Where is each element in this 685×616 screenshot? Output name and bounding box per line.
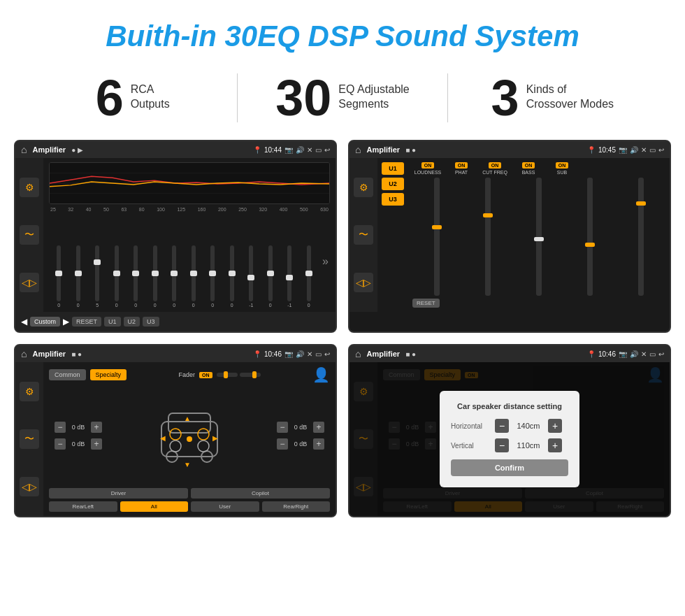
sidebar-speaker-icon-3[interactable]: ◁▷ <box>20 477 39 496</box>
db-plus-rb[interactable]: + <box>313 438 324 450</box>
eq-track-4[interactable] <box>134 245 138 301</box>
eq-thumb-0[interactable] <box>55 271 62 276</box>
u2-button[interactable]: U2 <box>124 317 140 327</box>
sidebar-eq-icon-2[interactable]: ⚙ <box>354 178 373 197</box>
eq-thumb-13[interactable] <box>305 271 312 276</box>
u3-amp-button[interactable]: U3 <box>382 193 404 206</box>
specialty-tab[interactable]: Specialty <box>90 369 127 380</box>
slider-phat[interactable] <box>485 178 491 296</box>
horizontal-plus-button[interactable]: + <box>548 419 562 433</box>
sub-label: SUB <box>557 170 567 175</box>
db-plus-lt[interactable]: + <box>91 422 102 433</box>
all-button[interactable]: All <box>120 501 189 512</box>
eq-track-0[interactable] <box>57 245 61 301</box>
common-tab[interactable]: Common <box>49 369 86 380</box>
u1-button[interactable]: U1 <box>104 317 121 327</box>
eq-track-10[interactable] <box>249 245 253 301</box>
amp-reset-button[interactable]: RESET <box>412 299 440 308</box>
eq-thumb-8[interactable] <box>209 271 216 276</box>
eq-track-6[interactable] <box>172 245 176 301</box>
thumb-bass[interactable] <box>585 243 595 247</box>
rearright-button[interactable]: RearRight <box>262 501 331 512</box>
slider-bass[interactable] <box>587 178 593 296</box>
thumb-phat[interactable] <box>483 213 493 217</box>
sidebar-speaker-icon-2[interactable]: ◁▷ <box>354 273 373 292</box>
db-row-left-bottom: − 0 dB + <box>55 438 102 450</box>
slider-sub[interactable] <box>638 178 644 296</box>
eq-track-7[interactable] <box>192 245 196 301</box>
rearleft-button[interactable]: RearLeft <box>49 501 117 512</box>
eq-track-5[interactable] <box>153 245 157 301</box>
fader-track-1[interactable] <box>217 373 238 377</box>
fader-track-2[interactable] <box>240 373 261 377</box>
u1-amp-button[interactable]: U1 <box>382 162 404 175</box>
db-plus-lb[interactable]: + <box>91 438 102 450</box>
confirm-button[interactable]: Confirm <box>451 459 568 476</box>
slider-cutfreq[interactable] <box>536 178 542 296</box>
eq-track-13[interactable] <box>307 245 311 301</box>
eq-thumb-5[interactable] <box>152 271 159 276</box>
camera-icon-4: 📷 <box>619 350 627 358</box>
thumb-cutfreq[interactable] <box>534 237 544 241</box>
location-icon: 📍 <box>253 146 261 154</box>
db-minus-lb[interactable]: − <box>55 438 66 450</box>
eq-track-2[interactable] <box>95 245 99 301</box>
fader-thumb-1[interactable] <box>224 371 228 378</box>
eq-thumb-9[interactable] <box>229 271 236 276</box>
eq-thumb-7[interactable] <box>190 271 197 276</box>
eq-track-12[interactable] <box>287 245 291 301</box>
eq-thumb-12[interactable] <box>286 275 293 280</box>
eq-thumb-11[interactable] <box>267 271 274 276</box>
prev-icon[interactable]: ◀ <box>21 317 27 327</box>
db-minus-lt[interactable]: − <box>55 422 66 433</box>
dot-icon-2: ■ ● <box>405 146 416 154</box>
u2-amp-button[interactable]: U2 <box>382 178 404 190</box>
u3-button[interactable]: U3 <box>143 317 159 327</box>
sidebar-wave-icon-2[interactable]: 〜 <box>354 225 373 245</box>
custom-button[interactable]: Custom <box>30 317 60 327</box>
eq-thumb-4[interactable] <box>132 271 139 276</box>
sidebar-eq-icon-3[interactable]: ⚙ <box>20 382 39 401</box>
eq-val-12: -1 <box>287 303 291 308</box>
fader-thumb-2[interactable] <box>252 371 257 378</box>
fader-label: Fader <box>179 371 196 378</box>
db-plus-rt[interactable]: + <box>313 422 324 433</box>
eq-val-0: 0 <box>57 303 60 308</box>
play-icon[interactable]: ▶ <box>63 317 69 327</box>
thumb-sub[interactable] <box>636 201 646 206</box>
eq-track-1[interactable] <box>76 245 80 301</box>
thumb-loudness[interactable] <box>432 225 442 229</box>
sidebar-wave-icon-3[interactable]: 〜 <box>20 429 39 449</box>
eq-slider-2: 5 <box>89 245 106 308</box>
back-arrow-icon-4: ↩ <box>658 350 664 358</box>
horizontal-minus-button[interactable]: − <box>495 419 509 433</box>
eq-thumb-3[interactable] <box>113 271 120 276</box>
sidebar-wave-icon[interactable]: 〜 <box>20 225 39 245</box>
eq-thumb-2[interactable] <box>94 259 101 265</box>
db-minus-rb[interactable]: − <box>277 438 288 450</box>
reset-button[interactable]: RESET <box>72 317 101 327</box>
eq-track-9[interactable] <box>230 245 234 301</box>
sidebar-eq-icon[interactable]: ⚙ <box>20 178 39 197</box>
driver-button[interactable]: Driver <box>49 488 188 499</box>
dialog-overlay: Car speaker distance setting Horizontal … <box>349 362 670 516</box>
eq-thumb-10[interactable] <box>247 275 254 280</box>
eq-track-11[interactable] <box>268 245 273 301</box>
vertical-minus-button[interactable]: − <box>495 438 509 452</box>
volume-icon-2: 🔊 <box>630 146 638 154</box>
eq-thumb-1[interactable] <box>75 271 82 276</box>
eq-slider-1: 0 <box>70 245 87 308</box>
expand-icon[interactable]: » <box>322 255 329 268</box>
user-button[interactable]: User <box>191 501 259 512</box>
screen2-body: ⚙ 〜 ◁▷ U1 U2 U3 ON LOUDNESS <box>349 158 670 312</box>
slider-loudness[interactable] <box>434 178 440 296</box>
eq-thumb-6[interactable] <box>171 271 178 276</box>
eq-track-3[interactable] <box>115 245 119 301</box>
screen3-body: ⚙ 〜 ◁▷ Common Specialty Fader ON 👤 <box>15 362 336 516</box>
eq-track-8[interactable] <box>210 245 215 301</box>
copilot-button[interactable]: Copilot <box>191 488 330 499</box>
db-minus-rt[interactable]: − <box>277 422 288 433</box>
screen1-time: 10:44 <box>264 146 282 154</box>
sidebar-speaker-icon[interactable]: ◁▷ <box>20 273 39 292</box>
vertical-plus-button[interactable]: + <box>548 438 562 452</box>
